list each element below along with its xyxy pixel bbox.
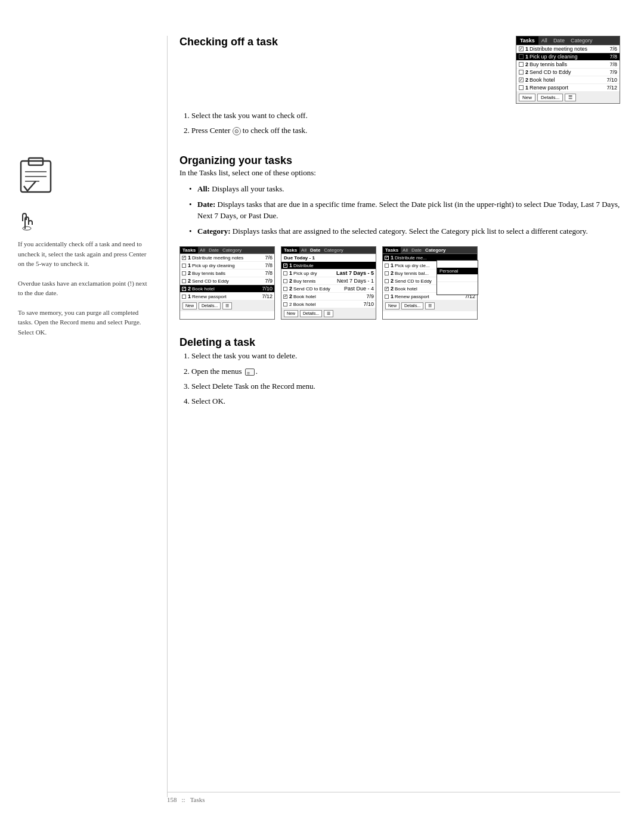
task-name: Book hotel [530,77,606,83]
priority: 1 [391,293,394,299]
priority: 2 [525,61,528,67]
checkbox [519,62,524,67]
table-row: 2 Book hotel 7/10 [281,301,376,308]
checkbox [182,287,186,291]
center-button-icon: ⊙ [233,127,241,135]
category-edit: Edit Categories... [437,282,478,295]
table-row: 1 Pick up dry Last 7 Days - 5 [281,270,376,277]
menu-button[interactable]: ☰ [222,302,232,309]
priority: 1 [289,262,292,268]
priority: 2 [188,286,191,292]
priority: 2 [289,278,292,284]
checkbox [385,287,389,291]
widget-footer: New Details... ☰ [516,92,620,103]
task-date: 7/9 [265,278,273,284]
task-name: 2 Book hotel [289,302,363,307]
step-item: Select OK. [191,394,620,408]
task-date: 7/10 [262,286,273,292]
task-date: Next 7 Days - 1 [337,278,374,284]
finger-icon [18,208,149,233]
table-row: 2 Send CD to Eddy 7/9 [180,277,274,285]
date-filter-label: Due Today - 1 [281,254,376,262]
priority: 2 [289,293,292,299]
checkbox [283,287,287,291]
sidebar-note1: If you accidentally check off a task and… [18,239,149,269]
priority: 2 [289,286,292,292]
details-button[interactable]: Details... [300,310,322,317]
deleting-title: Deleting a task [179,336,620,349]
task-name: Book hotel [192,286,262,292]
tasks-tab-category: Category [568,36,596,45]
priority: 1 [188,262,191,268]
checkbox [519,54,524,59]
organizing-bullets: All: Displays all your tasks. Date: Disp… [189,183,620,237]
tab-date: Date [308,247,322,253]
tab-category: Category [423,247,448,253]
organizing-title: Organizing your tasks [179,154,620,167]
checkbox [182,256,186,260]
tab-tasks: Tasks [180,247,198,253]
priority: 2 [525,69,528,75]
priority: 2 [525,77,528,83]
task-name: Pick up dry cleaning [192,263,265,268]
new-button[interactable]: New [519,94,535,101]
task-name: Distribute [293,263,374,268]
task-name: Pick up dry cleaning [530,54,609,60]
organizing-section: Organizing your tasks In the Tasks list,… [179,154,620,320]
checking-section: Checking off a task Tasks All Date Categ… [179,36,620,138]
clipboard-icon [18,155,149,196]
sidebar: If you accidentally check off a task and… [0,36,167,797]
task-date: 7/6 [609,46,617,52]
details-button[interactable]: Details... [537,94,563,101]
checkbox [385,295,389,299]
page-number: 158 [167,796,177,803]
priority: 1 [188,293,191,299]
priority: 2 [391,286,394,292]
task-date: 7/8 [609,54,617,60]
tasks-tab-all: All [538,36,550,45]
details-button[interactable]: Details... [401,302,423,309]
table-row: 1 Pick up dry cleaning 7/8 [516,53,620,61]
new-button[interactable]: New [284,310,298,317]
menu-button[interactable]: ☰ [425,302,435,309]
priority: 1 [525,54,528,60]
task-date: 7/8 [265,262,273,268]
step-item: Select the task you want to check off. [191,109,620,122]
tab-all: All [299,247,308,253]
tasks-widget-left: Tasks All Date Category 1 Distribute mee… [179,246,275,320]
task-name: Send CD to Eddy [530,69,609,75]
new-button[interactable]: New [182,302,197,309]
tab-all: All [198,247,207,253]
table-row: 2 Book hotel 7/10 [180,285,274,293]
menu-button[interactable]: ☰ [565,94,576,101]
tasks-widget-top: Tasks All Date Category 1 Distribute mee… [516,36,620,104]
organizing-intro: In the Tasks list, select one of these o… [179,167,620,179]
table-row: 2 Book hotel 7/9 [281,293,376,301]
step-item: Select the task you want to delete. [191,349,620,363]
menu-icon [245,368,255,376]
task-name: Distribute meeting notes [530,46,609,52]
widget-footer: New Details... ☰ [180,301,274,311]
details-button[interactable]: Details... [199,302,221,309]
task-date: 7/9 [366,293,374,299]
menu-button[interactable]: ☰ [324,310,333,317]
priority: 1 [188,255,191,261]
widget-footer: New Details... ☰ [281,308,376,319]
priority: 2 [391,278,394,284]
priority: 1 [289,270,292,276]
deleting-steps: Select the task you want to delete. Open… [179,349,620,408]
table-row: 2 Buy tennis balls 7/8 [180,270,274,277]
task-name: Buy tennis balls [192,271,265,276]
task-name: Pick up dry [293,271,336,276]
new-button[interactable]: New [385,302,400,309]
term-all: All: [197,184,210,193]
step-item: Press Center ⊙ to check off the task. [191,123,620,137]
category-unfiled: Unfiled [437,275,478,282]
deleting-section: Deleting a task Select the task you want… [179,336,620,408]
checkbox [519,70,524,75]
task-date: 7/10 [363,301,374,307]
checkbox [182,264,186,268]
tab-category: Category [221,247,243,253]
task-name: Renew passport [192,294,262,299]
tab-all: All [401,247,410,253]
